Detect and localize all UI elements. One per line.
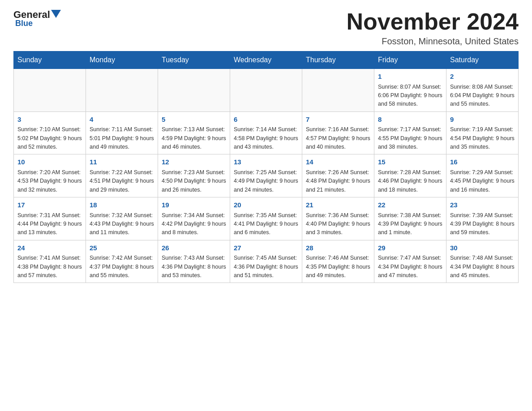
calendar-day-cell: 21Sunrise: 7:36 AM Sunset: 4:40 PM Dayli… <box>302 197 374 240</box>
day-info: Sunrise: 7:23 AM Sunset: 4:50 PM Dayligh… <box>162 168 226 194</box>
day-number: 1 <box>378 72 442 82</box>
day-info: Sunrise: 7:39 AM Sunset: 4:39 PM Dayligh… <box>450 211 515 237</box>
day-info: Sunrise: 7:22 AM Sunset: 4:51 PM Dayligh… <box>90 168 154 194</box>
day-info: Sunrise: 7:35 AM Sunset: 4:41 PM Dayligh… <box>234 211 298 237</box>
calendar-day-cell: 27Sunrise: 7:45 AM Sunset: 4:36 PM Dayli… <box>230 240 302 283</box>
day-info: Sunrise: 7:48 AM Sunset: 4:34 PM Dayligh… <box>450 254 515 280</box>
calendar-day-cell: 5Sunrise: 7:13 AM Sunset: 4:59 PM Daylig… <box>158 111 230 154</box>
location: Fosston, Minnesota, United States <box>347 36 519 47</box>
day-number: 26 <box>162 243 226 253</box>
calendar-day-cell: 17Sunrise: 7:31 AM Sunset: 4:44 PM Dayli… <box>14 197 86 240</box>
day-number: 30 <box>450 243 515 253</box>
day-number: 19 <box>162 200 226 210</box>
day-info: Sunrise: 8:08 AM Sunset: 6:04 PM Dayligh… <box>450 83 515 109</box>
day-number: 14 <box>306 157 370 167</box>
day-info: Sunrise: 7:47 AM Sunset: 4:34 PM Dayligh… <box>378 254 442 280</box>
day-info: Sunrise: 7:29 AM Sunset: 4:45 PM Dayligh… <box>450 168 515 194</box>
day-info: Sunrise: 7:45 AM Sunset: 4:36 PM Dayligh… <box>234 254 298 280</box>
calendar-day-cell <box>86 69 158 112</box>
day-number: 21 <box>306 200 370 210</box>
day-number: 9 <box>450 115 515 125</box>
day-of-week-header: Thursday <box>302 51 374 69</box>
day-number: 4 <box>90 115 154 125</box>
day-info: Sunrise: 7:43 AM Sunset: 4:36 PM Dayligh… <box>162 254 226 280</box>
day-info: Sunrise: 7:25 AM Sunset: 4:49 PM Dayligh… <box>234 168 298 194</box>
calendar-day-cell: 3Sunrise: 7:10 AM Sunset: 5:02 PM Daylig… <box>14 111 86 154</box>
day-of-week-header: Friday <box>374 51 446 69</box>
day-number: 10 <box>17 157 82 167</box>
calendar-day-cell: 1Sunrise: 8:07 AM Sunset: 6:06 PM Daylig… <box>374 69 446 112</box>
day-number: 8 <box>378 115 442 125</box>
day-info: Sunrise: 7:38 AM Sunset: 4:39 PM Dayligh… <box>378 211 442 237</box>
calendar-day-cell: 8Sunrise: 7:17 AM Sunset: 4:55 PM Daylig… <box>374 111 446 154</box>
calendar-day-cell: 30Sunrise: 7:48 AM Sunset: 4:34 PM Dayli… <box>446 240 519 283</box>
day-info: Sunrise: 7:20 AM Sunset: 4:53 PM Dayligh… <box>17 168 82 194</box>
calendar-day-cell: 4Sunrise: 7:11 AM Sunset: 5:01 PM Daylig… <box>86 111 158 154</box>
day-number: 17 <box>17 200 82 210</box>
day-number: 7 <box>306 115 370 125</box>
calendar-day-cell: 29Sunrise: 7:47 AM Sunset: 4:34 PM Dayli… <box>374 240 446 283</box>
calendar-day-cell: 20Sunrise: 7:35 AM Sunset: 4:41 PM Dayli… <box>230 197 302 240</box>
calendar-day-cell: 24Sunrise: 7:41 AM Sunset: 4:38 PM Dayli… <box>14 240 86 283</box>
calendar-day-cell: 19Sunrise: 7:34 AM Sunset: 4:42 PM Dayli… <box>158 197 230 240</box>
calendar-day-cell: 15Sunrise: 7:28 AM Sunset: 4:46 PM Dayli… <box>374 154 446 197</box>
day-info: Sunrise: 7:10 AM Sunset: 5:02 PM Dayligh… <box>17 125 82 151</box>
calendar-day-cell <box>14 69 86 112</box>
calendar-week-row: 1Sunrise: 8:07 AM Sunset: 6:06 PM Daylig… <box>14 69 519 112</box>
day-of-week-header: Sunday <box>14 51 86 69</box>
day-info: Sunrise: 7:28 AM Sunset: 4:46 PM Dayligh… <box>378 168 442 194</box>
day-info: Sunrise: 7:17 AM Sunset: 4:55 PM Dayligh… <box>378 125 442 151</box>
calendar-day-cell: 16Sunrise: 7:29 AM Sunset: 4:45 PM Dayli… <box>446 154 519 197</box>
day-number: 20 <box>234 200 298 210</box>
calendar-day-cell <box>302 69 374 112</box>
day-info: Sunrise: 7:19 AM Sunset: 4:54 PM Dayligh… <box>450 125 515 151</box>
calendar-day-cell: 10Sunrise: 7:20 AM Sunset: 4:53 PM Dayli… <box>14 154 86 197</box>
day-of-week-header: Monday <box>86 51 158 69</box>
calendar-table: SundayMondayTuesdayWednesdayThursdayFrid… <box>13 51 519 283</box>
month-title: November 2024 <box>347 9 519 34</box>
calendar-day-cell: 25Sunrise: 7:42 AM Sunset: 4:37 PM Dayli… <box>86 240 158 283</box>
calendar-week-row: 10Sunrise: 7:20 AM Sunset: 4:53 PM Dayli… <box>14 154 519 197</box>
day-number: 16 <box>450 157 515 167</box>
calendar-day-cell: 22Sunrise: 7:38 AM Sunset: 4:39 PM Dayli… <box>374 197 446 240</box>
day-number: 12 <box>162 157 226 167</box>
day-info: Sunrise: 7:36 AM Sunset: 4:40 PM Dayligh… <box>306 211 370 237</box>
day-number: 24 <box>17 243 82 253</box>
day-number: 27 <box>234 243 298 253</box>
day-number: 15 <box>378 157 442 167</box>
day-info: Sunrise: 7:32 AM Sunset: 4:43 PM Dayligh… <box>90 211 154 237</box>
title-section: November 2024 Fosston, Minnesota, United… <box>347 9 519 47</box>
calendar-day-cell: 6Sunrise: 7:14 AM Sunset: 4:58 PM Daylig… <box>230 111 302 154</box>
day-number: 3 <box>17 115 82 125</box>
day-of-week-header: Saturday <box>446 51 519 69</box>
calendar-day-cell: 26Sunrise: 7:43 AM Sunset: 4:36 PM Dayli… <box>158 240 230 283</box>
calendar-day-cell: 14Sunrise: 7:26 AM Sunset: 4:48 PM Dayli… <box>302 154 374 197</box>
day-info: Sunrise: 7:26 AM Sunset: 4:48 PM Dayligh… <box>306 168 370 194</box>
logo-triangle-icon <box>51 9 61 21</box>
day-info: Sunrise: 8:07 AM Sunset: 6:06 PM Dayligh… <box>378 83 442 109</box>
day-number: 25 <box>90 243 154 253</box>
day-number: 5 <box>162 115 226 125</box>
day-number: 28 <box>306 243 370 253</box>
calendar-day-cell: 18Sunrise: 7:32 AM Sunset: 4:43 PM Dayli… <box>86 197 158 240</box>
calendar-day-cell: 13Sunrise: 7:25 AM Sunset: 4:49 PM Dayli… <box>230 154 302 197</box>
day-info: Sunrise: 7:11 AM Sunset: 5:01 PM Dayligh… <box>90 125 154 151</box>
day-of-week-header: Wednesday <box>230 51 302 69</box>
day-number: 22 <box>378 200 442 210</box>
calendar-day-cell: 23Sunrise: 7:39 AM Sunset: 4:39 PM Dayli… <box>446 197 519 240</box>
logo: General Blue <box>13 9 61 28</box>
day-info: Sunrise: 7:41 AM Sunset: 4:38 PM Dayligh… <box>17 254 82 280</box>
day-info: Sunrise: 7:31 AM Sunset: 4:44 PM Dayligh… <box>17 211 82 237</box>
page-header: General Blue November 2024 Fosston, Minn… <box>13 9 519 47</box>
logo-blue: Blue <box>15 19 33 28</box>
day-info: Sunrise: 7:14 AM Sunset: 4:58 PM Dayligh… <box>234 125 298 151</box>
calendar-week-row: 24Sunrise: 7:41 AM Sunset: 4:38 PM Dayli… <box>14 240 519 283</box>
calendar-day-cell: 12Sunrise: 7:23 AM Sunset: 4:50 PM Dayli… <box>158 154 230 197</box>
day-number: 2 <box>450 72 515 82</box>
calendar-day-cell <box>158 69 230 112</box>
calendar-day-cell: 11Sunrise: 7:22 AM Sunset: 4:51 PM Dayli… <box>86 154 158 197</box>
day-info: Sunrise: 7:13 AM Sunset: 4:59 PM Dayligh… <box>162 125 226 151</box>
day-info: Sunrise: 7:42 AM Sunset: 4:37 PM Dayligh… <box>90 254 154 280</box>
calendar-week-row: 17Sunrise: 7:31 AM Sunset: 4:44 PM Dayli… <box>14 197 519 240</box>
calendar-week-row: 3Sunrise: 7:10 AM Sunset: 5:02 PM Daylig… <box>14 111 519 154</box>
